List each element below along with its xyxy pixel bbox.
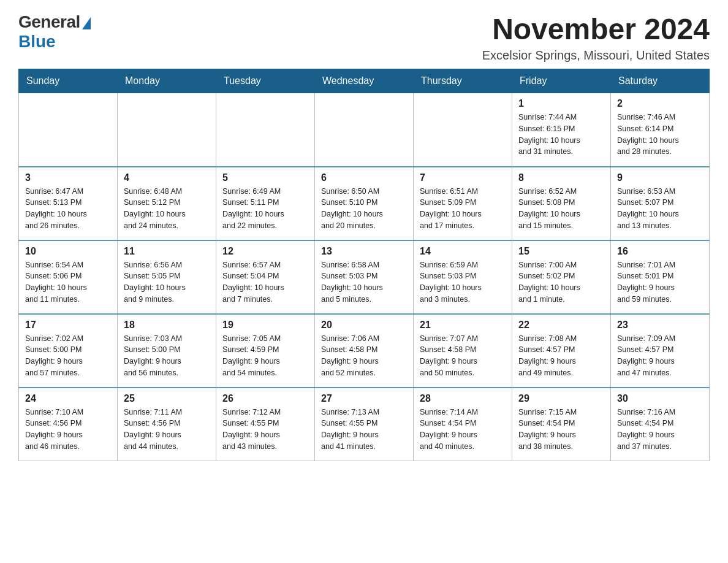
calendar-cell: 4Sunrise: 6:48 AM Sunset: 5:12 PM Daylig… bbox=[118, 167, 216, 240]
logo-general-text: General bbox=[18, 12, 80, 32]
calendar-cell: 12Sunrise: 6:57 AM Sunset: 5:04 PM Dayli… bbox=[216, 240, 315, 314]
day-number: 19 bbox=[222, 320, 308, 331]
calendar-cell: 3Sunrise: 6:47 AM Sunset: 5:13 PM Daylig… bbox=[19, 167, 118, 240]
calendar-cell: 27Sunrise: 7:13 AM Sunset: 4:55 PM Dayli… bbox=[315, 388, 414, 461]
day-info: Sunrise: 6:52 AM Sunset: 5:08 PM Dayligh… bbox=[518, 186, 604, 232]
calendar-cell: 11Sunrise: 6:56 AM Sunset: 5:05 PM Dayli… bbox=[118, 240, 216, 314]
calendar-cell: 2Sunrise: 7:46 AM Sunset: 6:14 PM Daylig… bbox=[611, 93, 710, 167]
calendar-cell: 25Sunrise: 7:11 AM Sunset: 4:56 PM Dayli… bbox=[118, 388, 216, 461]
day-number: 29 bbox=[518, 393, 604, 404]
calendar-cell: 20Sunrise: 7:06 AM Sunset: 4:58 PM Dayli… bbox=[315, 314, 414, 388]
header-monday: Monday bbox=[118, 69, 216, 93]
day-info: Sunrise: 7:01 AM Sunset: 5:01 PM Dayligh… bbox=[617, 259, 703, 305]
header-tuesday: Tuesday bbox=[216, 69, 315, 93]
logo-arrow-icon bbox=[82, 17, 91, 29]
day-info: Sunrise: 7:13 AM Sunset: 4:55 PM Dayligh… bbox=[321, 407, 407, 453]
day-info: Sunrise: 6:58 AM Sunset: 5:03 PM Dayligh… bbox=[321, 259, 407, 305]
calendar-cell bbox=[216, 93, 315, 167]
day-number: 4 bbox=[124, 172, 210, 183]
calendar-cell: 8Sunrise: 6:52 AM Sunset: 5:08 PM Daylig… bbox=[512, 167, 611, 240]
calendar-cell: 30Sunrise: 7:16 AM Sunset: 4:54 PM Dayli… bbox=[611, 388, 710, 461]
day-info: Sunrise: 7:10 AM Sunset: 4:56 PM Dayligh… bbox=[25, 407, 111, 453]
day-info: Sunrise: 6:54 AM Sunset: 5:06 PM Dayligh… bbox=[25, 259, 111, 305]
calendar-week-row: 17Sunrise: 7:02 AM Sunset: 5:00 PM Dayli… bbox=[19, 314, 710, 388]
day-number: 18 bbox=[124, 320, 210, 331]
day-info: Sunrise: 7:06 AM Sunset: 4:58 PM Dayligh… bbox=[321, 333, 407, 379]
header-friday: Friday bbox=[512, 69, 611, 93]
day-info: Sunrise: 7:11 AM Sunset: 4:56 PM Dayligh… bbox=[124, 407, 210, 453]
calendar-cell: 17Sunrise: 7:02 AM Sunset: 5:00 PM Dayli… bbox=[19, 314, 118, 388]
calendar-week-row: 24Sunrise: 7:10 AM Sunset: 4:56 PM Dayli… bbox=[19, 388, 710, 461]
page-header: General Blue November 2024 Excelsior Spr… bbox=[18, 12, 710, 63]
day-info: Sunrise: 7:05 AM Sunset: 4:59 PM Dayligh… bbox=[222, 333, 308, 379]
calendar-cell: 9Sunrise: 6:53 AM Sunset: 5:07 PM Daylig… bbox=[611, 167, 710, 240]
calendar-header-row: SundayMondayTuesdayWednesdayThursdayFrid… bbox=[19, 69, 710, 93]
calendar-cell bbox=[414, 93, 512, 167]
day-number: 17 bbox=[25, 320, 111, 331]
day-info: Sunrise: 7:03 AM Sunset: 5:00 PM Dayligh… bbox=[124, 333, 210, 379]
day-info: Sunrise: 6:56 AM Sunset: 5:05 PM Dayligh… bbox=[124, 259, 210, 305]
day-number: 12 bbox=[222, 246, 308, 257]
day-number: 1 bbox=[518, 98, 604, 109]
day-info: Sunrise: 7:02 AM Sunset: 5:00 PM Dayligh… bbox=[25, 333, 111, 379]
day-number: 6 bbox=[321, 172, 407, 183]
calendar-cell: 22Sunrise: 7:08 AM Sunset: 4:57 PM Dayli… bbox=[512, 314, 611, 388]
day-info: Sunrise: 6:51 AM Sunset: 5:09 PM Dayligh… bbox=[420, 186, 506, 232]
calendar-cell: 5Sunrise: 6:49 AM Sunset: 5:11 PM Daylig… bbox=[216, 167, 315, 240]
day-info: Sunrise: 7:16 AM Sunset: 4:54 PM Dayligh… bbox=[617, 407, 703, 453]
calendar-cell: 7Sunrise: 6:51 AM Sunset: 5:09 PM Daylig… bbox=[414, 167, 512, 240]
day-info: Sunrise: 7:14 AM Sunset: 4:54 PM Dayligh… bbox=[420, 407, 506, 453]
header-sunday: Sunday bbox=[19, 69, 118, 93]
day-number: 20 bbox=[321, 320, 407, 331]
logo: General Blue bbox=[18, 12, 91, 52]
calendar-cell bbox=[19, 93, 118, 167]
day-number: 14 bbox=[420, 246, 506, 257]
calendar-cell: 23Sunrise: 7:09 AM Sunset: 4:57 PM Dayli… bbox=[611, 314, 710, 388]
calendar-cell: 1Sunrise: 7:44 AM Sunset: 6:15 PM Daylig… bbox=[512, 93, 611, 167]
day-number: 10 bbox=[25, 246, 111, 257]
title-area: November 2024 Excelsior Springs, Missour… bbox=[482, 12, 710, 63]
day-number: 30 bbox=[617, 393, 703, 404]
day-number: 27 bbox=[321, 393, 407, 404]
day-number: 13 bbox=[321, 246, 407, 257]
day-info: Sunrise: 6:57 AM Sunset: 5:04 PM Dayligh… bbox=[222, 259, 308, 305]
calendar-cell: 15Sunrise: 7:00 AM Sunset: 5:02 PM Dayli… bbox=[512, 240, 611, 314]
calendar-cell: 21Sunrise: 7:07 AM Sunset: 4:58 PM Dayli… bbox=[414, 314, 512, 388]
day-number: 8 bbox=[518, 172, 604, 183]
day-number: 5 bbox=[222, 172, 308, 183]
day-number: 22 bbox=[518, 320, 604, 331]
day-number: 25 bbox=[124, 393, 210, 404]
calendar-cell: 28Sunrise: 7:14 AM Sunset: 4:54 PM Dayli… bbox=[414, 388, 512, 461]
calendar-cell bbox=[315, 93, 414, 167]
day-number: 2 bbox=[617, 98, 703, 109]
calendar-week-row: 10Sunrise: 6:54 AM Sunset: 5:06 PM Dayli… bbox=[19, 240, 710, 314]
calendar-cell: 10Sunrise: 6:54 AM Sunset: 5:06 PM Dayli… bbox=[19, 240, 118, 314]
day-number: 11 bbox=[124, 246, 210, 257]
day-info: Sunrise: 7:00 AM Sunset: 5:02 PM Dayligh… bbox=[518, 259, 604, 305]
calendar-table: SundayMondayTuesdayWednesdayThursdayFrid… bbox=[18, 69, 710, 461]
location-subtitle: Excelsior Springs, Missouri, United Stat… bbox=[482, 48, 710, 63]
calendar-cell: 26Sunrise: 7:12 AM Sunset: 4:55 PM Dayli… bbox=[216, 388, 315, 461]
day-info: Sunrise: 6:49 AM Sunset: 5:11 PM Dayligh… bbox=[222, 186, 308, 232]
day-number: 9 bbox=[617, 172, 703, 183]
day-number: 24 bbox=[25, 393, 111, 404]
calendar-cell: 6Sunrise: 6:50 AM Sunset: 5:10 PM Daylig… bbox=[315, 167, 414, 240]
day-number: 3 bbox=[25, 172, 111, 183]
calendar-cell: 18Sunrise: 7:03 AM Sunset: 5:00 PM Dayli… bbox=[118, 314, 216, 388]
header-wednesday: Wednesday bbox=[315, 69, 414, 93]
day-info: Sunrise: 6:53 AM Sunset: 5:07 PM Dayligh… bbox=[617, 186, 703, 232]
calendar-week-row: 3Sunrise: 6:47 AM Sunset: 5:13 PM Daylig… bbox=[19, 167, 710, 240]
day-info: Sunrise: 6:50 AM Sunset: 5:10 PM Dayligh… bbox=[321, 186, 407, 232]
calendar-cell: 13Sunrise: 6:58 AM Sunset: 5:03 PM Dayli… bbox=[315, 240, 414, 314]
day-info: Sunrise: 6:47 AM Sunset: 5:13 PM Dayligh… bbox=[25, 186, 111, 232]
month-title: November 2024 bbox=[482, 12, 710, 46]
day-number: 23 bbox=[617, 320, 703, 331]
calendar-week-row: 1Sunrise: 7:44 AM Sunset: 6:15 PM Daylig… bbox=[19, 93, 710, 167]
calendar-cell: 14Sunrise: 6:59 AM Sunset: 5:03 PM Dayli… bbox=[414, 240, 512, 314]
day-number: 26 bbox=[222, 393, 308, 404]
day-number: 21 bbox=[420, 320, 506, 331]
header-thursday: Thursday bbox=[414, 69, 512, 93]
day-info: Sunrise: 7:07 AM Sunset: 4:58 PM Dayligh… bbox=[420, 333, 506, 379]
day-info: Sunrise: 7:46 AM Sunset: 6:14 PM Dayligh… bbox=[617, 112, 703, 158]
calendar-cell: 24Sunrise: 7:10 AM Sunset: 4:56 PM Dayli… bbox=[19, 388, 118, 461]
